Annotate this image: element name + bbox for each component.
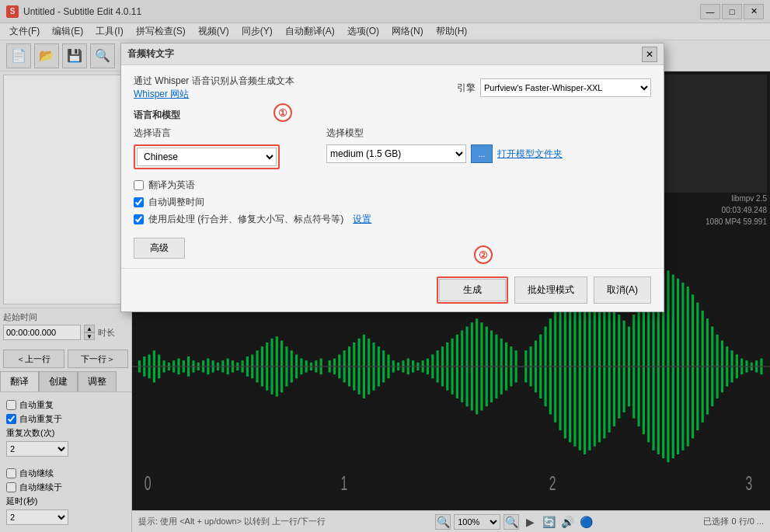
model-group: 选择模型 medium (1.5 GB) ... 打开模型文件夹 — [326, 127, 563, 163]
lang-field-label: 选择语言 — [134, 127, 280, 140]
engine-select[interactable]: Purfview's Faster-Whisper-XXL — [480, 78, 651, 97]
engine-label: 引擎 — [457, 82, 476, 95]
dialog-close-button[interactable]: ✕ — [642, 47, 657, 62]
audio-to-text-dialog: 音频转文字 ✕ 通过 Whisper 语音识别从音频生成文本 Whisper 网… — [120, 43, 664, 312]
dialog-overlay: 音频转文字 ✕ 通过 Whisper 语音识别从音频生成文本 Whisper 网… — [0, 0, 770, 532]
model-select-row: medium (1.5 GB) ... 打开模型文件夹 — [326, 144, 563, 163]
whisper-link[interactable]: Whisper 网站 — [134, 89, 189, 99]
cancel-button[interactable]: 取消(A) — [594, 276, 651, 304]
dialog-title-bar: 音频转文字 ✕ — [121, 43, 664, 65]
options-section: 翻译为英语 自动调整时间 使用后处理 (行合并、修复大小写、标点符号等) 设置 — [134, 179, 651, 226]
model-select[interactable]: medium (1.5 GB) — [326, 144, 466, 163]
dialog-description-block: 通过 Whisper 语音识别从音频生成文本 Whisper 网站 — [134, 75, 294, 101]
section-group-label: 语言和模型 — [134, 109, 651, 122]
dialog-footer: ② 生成 批处理模式 取消(A) — [121, 268, 664, 311]
translate-checkbox[interactable] — [134, 180, 144, 190]
dialog-top-row: 通过 Whisper 语音识别从音频生成文本 Whisper 网站 引擎 Pur… — [134, 75, 651, 101]
annotation-1: ① — [274, 103, 292, 122]
post-process-checkbox[interactable] — [134, 214, 144, 224]
lang-model-row: ① 选择语言 Chinese 选择模型 medi — [134, 127, 651, 169]
settings-link[interactable]: 设置 — [353, 213, 371, 226]
post-process-label: 使用后处理 (行合并、修复大小写、标点符号等) — [148, 213, 343, 226]
generate-btn-wrapper: 生成 — [437, 276, 508, 304]
model-browse-button[interactable]: ... — [471, 144, 493, 163]
annotation-2: ② — [474, 245, 493, 264]
post-process-checkbox-row: 使用后处理 (行合并、修复大小写、标点符号等) 设置 — [134, 213, 651, 226]
auto-adjust-checkbox[interactable] — [134, 197, 144, 207]
engine-row: 引擎 Purfview's Faster-Whisper-XXL — [457, 78, 651, 97]
generate-button[interactable]: 生成 — [439, 279, 506, 301]
dialog-title: 音频转文字 — [127, 47, 174, 61]
auto-adjust-label: 自动调整时间 — [148, 196, 204, 209]
lang-select[interactable]: Chinese — [137, 148, 277, 166]
model-field-label: 选择模型 — [326, 127, 563, 140]
dialog-description: 通过 Whisper 语音识别从音频生成文本 — [134, 75, 294, 88]
translate-label: 翻译为英语 — [148, 179, 195, 192]
lang-group: 选择语言 Chinese — [134, 127, 280, 169]
auto-adjust-checkbox-row: 自动调整时间 — [134, 196, 651, 209]
open-model-link[interactable]: 打开模型文件夹 — [497, 148, 563, 161]
advanced-button[interactable]: 高级 — [134, 238, 185, 259]
batch-button[interactable]: 批处理模式 — [514, 276, 587, 304]
lang-select-wrapper: Chinese — [134, 144, 280, 169]
dialog-body: 通过 Whisper 语音识别从音频生成文本 Whisper 网站 引擎 Pur… — [121, 65, 664, 268]
translate-checkbox-row: 翻译为英语 — [134, 179, 651, 192]
